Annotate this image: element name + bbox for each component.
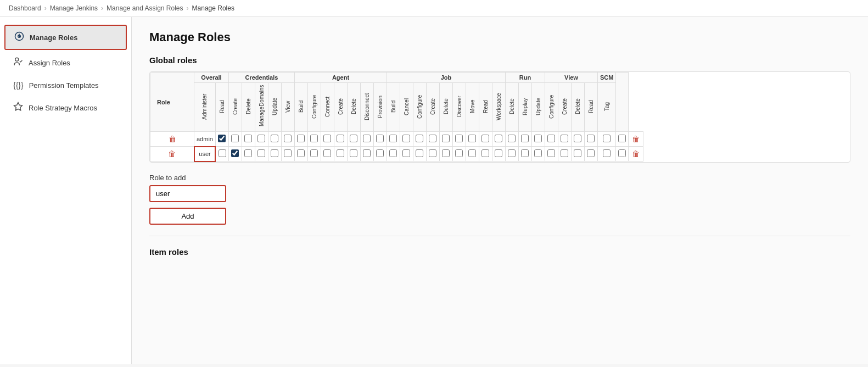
role-checkbox[interactable] [587, 149, 595, 157]
checkbox-cell [255, 147, 268, 162]
role-checkbox[interactable] [402, 149, 410, 157]
delete-role-button-right[interactable]: 🗑 [631, 148, 641, 159]
role-checkbox[interactable] [603, 135, 611, 142]
role-checkbox[interactable] [534, 149, 542, 157]
role-checkbox[interactable] [587, 135, 595, 142]
role-checkbox[interactable] [603, 149, 611, 157]
roles-table-wrapper: Role Overall Credentials Agent Job Run V… [149, 71, 850, 163]
delete-role-button-left[interactable]: 🗑 [167, 148, 177, 159]
role-checkbox[interactable] [284, 149, 292, 157]
delete-btn-left[interactable]: 🗑 [150, 147, 194, 162]
role-col-header: Role [150, 73, 194, 132]
role-checkbox[interactable] [389, 135, 397, 142]
checkbox-cell [321, 132, 334, 147]
role-checkbox[interactable] [508, 149, 516, 157]
role-checkbox[interactable] [481, 135, 489, 142]
role-checkbox[interactable] [574, 135, 581, 142]
checkbox-cell [373, 132, 387, 147]
breadcrumb-dashboard[interactable]: Dashboard [9, 4, 41, 12]
role-checkbox[interactable] [363, 135, 371, 142]
col-header-tag: Tag [597, 83, 615, 132]
role-checkbox[interactable] [547, 149, 555, 157]
role-checkbox[interactable] [297, 149, 305, 157]
role-checkbox[interactable] [337, 149, 344, 157]
role-checkbox[interactable] [468, 135, 476, 142]
sidebar-item-permission-templates[interactable]: {{}} Permission Templates [4, 75, 127, 95]
role-checkbox[interactable] [284, 135, 292, 142]
checkbox-cell [307, 147, 321, 162]
role-checkbox[interactable] [271, 149, 278, 157]
col-header-view: View [281, 83, 294, 132]
sidebar-item-assign-roles[interactable]: Assign Roles [4, 51, 127, 74]
role-checkbox[interactable] [297, 135, 305, 142]
role-checkbox[interactable] [468, 149, 476, 157]
role-checkbox[interactable] [376, 149, 384, 157]
delete-role-button-right[interactable]: 🗑 [631, 134, 641, 144]
role-checkbox[interactable] [481, 149, 489, 157]
breadcrumb-manage-assign-roles[interactable]: Manage and Assign Roles [107, 4, 183, 12]
table-row: 🗑admin🗑 [150, 132, 643, 147]
role-checkbox[interactable] [350, 135, 357, 142]
role-to-add-input[interactable] [149, 185, 226, 202]
checkbox-cell [452, 147, 466, 162]
role-checkbox[interactable] [271, 135, 278, 142]
role-checkbox[interactable] [455, 149, 463, 157]
role-checkbox[interactable] [495, 149, 502, 157]
role-checkbox[interactable] [350, 149, 357, 157]
delete-btn-right[interactable]: 🗑 [629, 132, 643, 147]
role-checkbox[interactable] [455, 135, 463, 142]
role-checkbox[interactable] [231, 135, 239, 142]
role-checkbox[interactable] [218, 135, 226, 142]
role-checkbox[interactable] [521, 149, 529, 157]
sidebar-item-manage-roles[interactable]: Manage Roles [4, 25, 127, 50]
delete-btn-right[interactable]: 🗑 [629, 147, 643, 162]
role-checkbox[interactable] [521, 135, 529, 142]
checkbox-cell [518, 132, 531, 147]
checkbox-cell [479, 147, 492, 162]
role-checkbox[interactable] [363, 149, 371, 157]
checkbox-cell [505, 147, 518, 162]
role-checkbox[interactable] [376, 135, 384, 142]
role-checkbox[interactable] [416, 135, 423, 142]
role-checkbox[interactable] [337, 135, 344, 142]
checkbox-cell [545, 147, 558, 162]
role-checkbox[interactable] [323, 135, 331, 142]
role-checkbox[interactable] [244, 149, 252, 157]
role-checkbox[interactable] [618, 149, 626, 157]
sidebar-item-role-strategy-macros[interactable]: Role Strategy Macros [4, 96, 127, 119]
role-checkbox[interactable] [244, 135, 252, 142]
role-checkbox[interactable] [561, 135, 568, 142]
role-checkbox[interactable] [561, 149, 568, 157]
delete-role-button-left[interactable]: 🗑 [167, 134, 177, 144]
col-header-create: Create [426, 83, 439, 132]
add-button[interactable]: Add [149, 208, 226, 225]
role-checkbox[interactable] [402, 135, 410, 142]
role-checkbox[interactable] [534, 135, 542, 142]
role-checkbox[interactable] [442, 135, 450, 142]
role-checkbox[interactable] [323, 149, 331, 157]
role-checkbox[interactable] [495, 135, 502, 142]
page-title: Manage Roles [149, 30, 850, 45]
role-checkbox[interactable] [547, 135, 555, 142]
checkbox-cell [281, 147, 294, 162]
role-checkbox[interactable] [310, 135, 318, 142]
breadcrumb-manage-jenkins[interactable]: Manage Jenkins [50, 4, 98, 12]
role-checkbox[interactable] [416, 149, 423, 157]
role-checkbox[interactable] [618, 135, 626, 142]
role-checkbox[interactable] [508, 135, 516, 142]
role-checkbox[interactable] [310, 149, 318, 157]
role-checkbox[interactable] [231, 149, 239, 157]
role-checkbox[interactable] [219, 149, 226, 157]
role-checkbox[interactable] [389, 149, 397, 157]
role-checkbox[interactable] [257, 149, 265, 157]
role-checkbox[interactable] [574, 149, 581, 157]
role-checkbox[interactable] [429, 135, 436, 142]
checkbox-cell [571, 132, 584, 147]
role-checkbox[interactable] [429, 149, 436, 157]
delete-btn-left[interactable]: 🗑 [150, 132, 194, 147]
role-checkbox[interactable] [257, 135, 265, 142]
checkbox-cell [571, 147, 584, 162]
role-checkbox[interactable] [442, 149, 450, 157]
checkbox-cell [558, 132, 571, 147]
scm-group: SCM [597, 73, 615, 83]
